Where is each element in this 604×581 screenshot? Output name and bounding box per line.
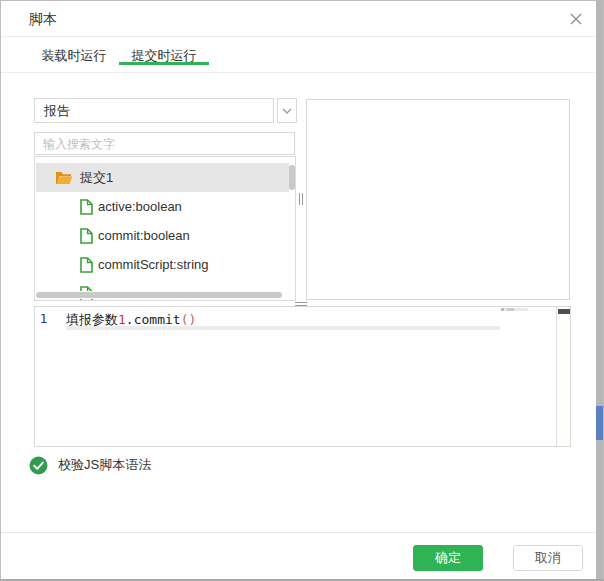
editor-scroll-thumb[interactable] <box>558 309 570 314</box>
code-token: () <box>181 312 197 327</box>
editor-code-line: 填报参数1.commit() <box>66 311 196 329</box>
page-scrollbar[interactable] <box>596 1 603 581</box>
parameter-tree: 提交1 active:boolean commit:boolean <box>34 156 296 301</box>
scope-selector-trigger[interactable] <box>277 98 297 123</box>
syntax-check-label: 校验JS脚本语法 <box>58 456 151 474</box>
search-input[interactable] <box>34 132 295 155</box>
syntax-check-row[interactable]: 校验JS脚本语法 <box>29 455 151 475</box>
tree-item-label: commit:boolean <box>98 221 190 250</box>
code-token: .commit <box>126 312 181 327</box>
code-token: 1 <box>118 312 126 327</box>
editor-annotation-marks <box>501 308 528 311</box>
file-icon <box>80 228 93 244</box>
check-circle-icon <box>29 456 48 475</box>
script-dialog: 脚本 装载时运行 提交时运行 报告 提交1 <box>0 0 604 581</box>
close-icon <box>569 12 583 26</box>
cancel-button[interactable]: 取消 <box>513 545 583 571</box>
tree-item-active[interactable]: active:boolean <box>36 192 289 221</box>
tree-vertical-scrollbar[interactable] <box>289 165 295 190</box>
tab-run-on-load[interactable]: 装载时运行 <box>29 37 119 73</box>
tab-bar: 装载时运行 提交时运行 <box>1 37 598 73</box>
folder-icon <box>55 171 73 185</box>
preview-panel <box>306 99 570 300</box>
tree-item-label: 提交1 <box>80 163 113 192</box>
editor-vertical-scrollbar[interactable] <box>556 307 570 446</box>
chevron-down-icon <box>282 108 292 114</box>
file-icon <box>80 257 93 273</box>
tab-run-on-submit[interactable]: 提交时运行 <box>119 37 209 73</box>
tree-item-commit[interactable]: commit:boolean <box>36 221 289 250</box>
close-button[interactable] <box>566 9 586 29</box>
dialog-footer: 确定 取消 <box>1 532 598 580</box>
ok-button[interactable]: 确定 <box>413 545 483 571</box>
tree-item-label: commitScript:string <box>98 250 209 279</box>
tree-horizontal-scroll-thumb[interactable] <box>36 292 282 298</box>
dialog-title: 脚本 <box>29 1 57 37</box>
scope-selector-value: 报告 <box>44 103 70 118</box>
tree-horizontal-scrollbar[interactable] <box>36 291 296 299</box>
tree-item-label: active:boolean <box>98 192 182 221</box>
code-editor[interactable]: 1 填报参数1.commit() <box>34 306 571 447</box>
scope-selector[interactable]: 报告 <box>34 98 274 123</box>
active-tab-indicator <box>119 62 209 65</box>
page-scroll-thumb[interactable] <box>596 406 603 440</box>
vertical-splitter-handle[interactable] <box>299 193 306 205</box>
editor-line-number: 1 <box>35 311 52 326</box>
file-icon <box>80 199 93 215</box>
code-token: 填报参数 <box>66 312 118 327</box>
tree-item-commitscript[interactable]: commitScript:string <box>36 250 289 279</box>
dialog-header: 脚本 <box>1 1 598 37</box>
tree-item-submit1[interactable]: 提交1 <box>36 163 289 192</box>
